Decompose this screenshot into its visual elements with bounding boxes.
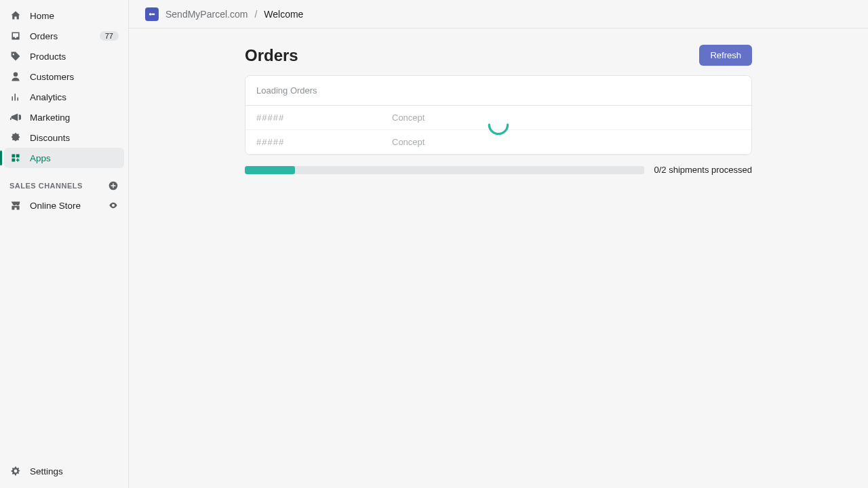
sidebar-item-label: Discounts (30, 133, 70, 143)
order-id-placeholder: ##### (256, 113, 392, 123)
svg-point-1 (489, 115, 507, 134)
content: Orders Refresh Loading Orders ##### Conc… (129, 28, 868, 191)
apps-icon (9, 152, 22, 164)
breadcrumb-app[interactable]: SendMyParcel.com (165, 9, 248, 20)
sidebar-item-home[interactable]: Home (4, 5, 124, 26)
add-channel-button[interactable] (108, 180, 119, 191)
view-store-button[interactable] (108, 200, 119, 211)
sidebar-item-label: Marketing (30, 113, 70, 123)
sidebar-item-label: Online Store (30, 201, 81, 211)
discount-icon (9, 131, 22, 144)
orders-card: Loading Orders ##### Concept ##### Conce… (245, 75, 752, 155)
topbar: SendMyParcel.com / Welcome (129, 0, 868, 28)
breadcrumb-page: Welcome (264, 9, 303, 20)
inbox-icon (9, 30, 22, 42)
app-logo (145, 7, 159, 21)
sidebar-item-online-store[interactable]: Online Store (4, 195, 124, 216)
svg-point-0 (149, 13, 152, 16)
page-header: Orders Refresh (245, 45, 752, 66)
tag-icon (9, 50, 22, 62)
loading-label: Loading Orders (245, 76, 751, 106)
sidebar-item-label: Products (30, 52, 66, 62)
order-status: Concept (392, 137, 528, 147)
refresh-button[interactable]: Refresh (699, 45, 752, 66)
progress-label: 0/2 shipments processed (654, 165, 752, 175)
page-title: Orders (245, 46, 298, 65)
sidebar-item-apps[interactable]: Apps (4, 148, 124, 168)
megaphone-icon (9, 111, 22, 123)
order-id-placeholder: ##### (256, 137, 392, 147)
bar-chart-icon (9, 91, 22, 103)
sidebar: Home Orders 77 Products Customers Anal (0, 0, 129, 488)
sales-channels-heading: Sales Channels (0, 168, 128, 195)
primary-nav: Home Orders 77 Products Customers Anal (0, 5, 128, 168)
gear-icon (9, 465, 22, 477)
breadcrumb-sep: / (254, 9, 257, 20)
sidebar-item-orders[interactable]: Orders 77 (4, 26, 124, 46)
channels-nav: Online Store (0, 195, 128, 216)
sidebar-item-settings[interactable]: Settings (4, 461, 124, 481)
sidebar-item-label: Customers (30, 72, 74, 82)
footer-nav: Settings (0, 461, 128, 488)
sidebar-item-customers[interactable]: Customers (4, 66, 124, 87)
home-icon (9, 9, 22, 22)
user-icon (9, 70, 22, 83)
progress-row: 0/2 shipments processed (245, 165, 752, 175)
sidebar-item-label: Apps (30, 153, 51, 163)
sidebar-item-products[interactable]: Products (4, 46, 124, 66)
main: SendMyParcel.com / Welcome Orders Refres… (129, 0, 868, 488)
sidebar-item-discounts[interactable]: Discounts (4, 127, 124, 148)
sidebar-item-label: Orders (30, 31, 58, 41)
orders-badge: 77 (100, 31, 119, 41)
store-icon (9, 199, 22, 211)
sidebar-item-label: Settings (30, 466, 63, 476)
sidebar-item-marketing[interactable]: Marketing (4, 107, 124, 127)
sidebar-item-analytics[interactable]: Analytics (4, 87, 124, 107)
progress-fill (245, 166, 295, 174)
progress-bar (245, 166, 644, 174)
loading-spinner-icon (487, 113, 510, 136)
sidebar-item-label: Analytics (30, 92, 66, 102)
sidebar-item-label: Home (30, 11, 54, 21)
section-label: Sales Channels (9, 182, 83, 190)
